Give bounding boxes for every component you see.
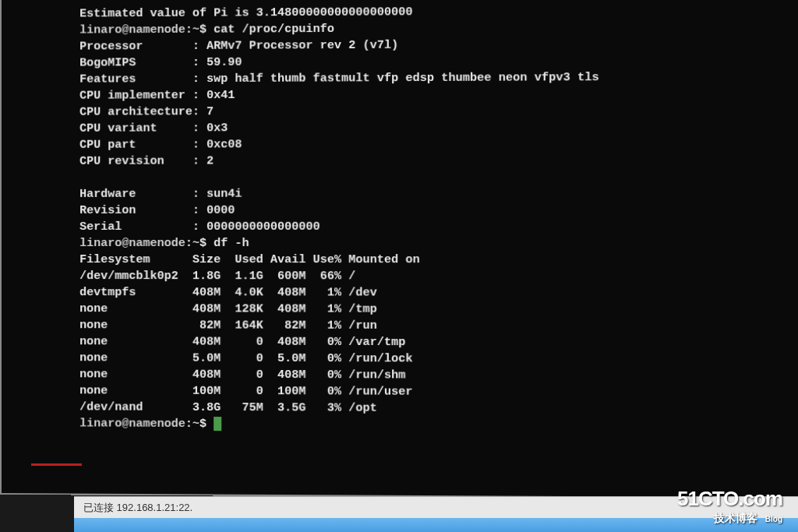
watermark-sub: 技术博客 [714,512,757,524]
cpuinfo-row: CPU part : 0xc08 [79,135,794,153]
df-row: none 408M 0 408M 0% /run/shm [79,366,794,385]
watermark: 51CTO.com 技术博客 Blog [677,487,782,526]
prompt-userhost: linaro@namenode [79,23,185,37]
prompt-line-2: linaro@namenode:~$ df -h [79,235,794,252]
cursor-icon [214,417,221,431]
cpuinfo-row: CPU architecture: 7 [79,102,794,121]
cpuinfo-row: CPU revision : 2 [79,152,794,170]
df-row: devtmpfs 408M 4.0K 408M 1% /dev [79,284,794,301]
df-header: Filesystem Size Used Avail Use% Mounted … [79,252,794,268]
prompt-path: ~ [192,23,200,37]
blank-line [79,168,794,186]
df-row: none 5.0M 0 5.0M 0% /run/lock [79,350,794,368]
highlight-annotation [31,463,82,466]
df-row: none 408M 0 408M 0% /var/tmp [79,333,794,351]
cpuinfo-row: CPU variant : 0x3 [79,118,794,137]
command-text: df -h [214,237,249,250]
cpuinfo-row: Serial : 0000000000000000 [79,218,794,235]
watermark-brand: 51CTO.com [677,487,782,511]
watermark-blog: Blog [765,515,782,523]
df-row: /dev/mmcblk0p2 1.8G 1.1G 600M 66% / [79,268,794,285]
cpuinfo-row: Hardware : sun4i [79,185,794,203]
terminal-output[interactable]: Estimated value of Pi is 3.1480000000000… [0,0,798,499]
connection-status: 已连接 192.168.1.21:22. [83,502,192,513]
cpuinfo-row: CPU implementer : 0x41 [79,85,794,104]
cpuinfo-row: Revision : 0000 [79,202,794,219]
command-text: cat /proc/cpuinfo [214,23,334,37]
df-row: none 82M 164K 82M 1% /run [79,317,794,335]
df-row: none 408M 128K 408M 1% /tmp [79,301,794,318]
prompt-line-3: linaro@namenode:~$ [79,415,794,435]
